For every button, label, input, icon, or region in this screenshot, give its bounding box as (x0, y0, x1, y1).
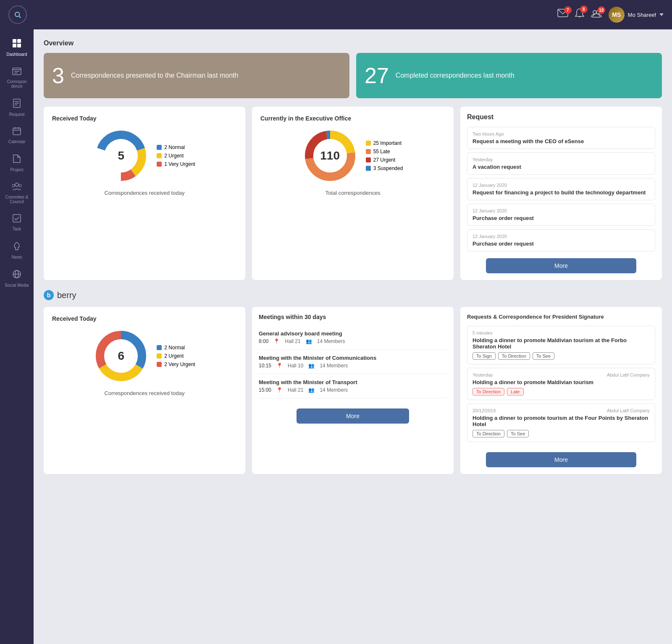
meeting-meta-2: 10:15 📍 Hall 10 👥 14 Members (259, 363, 447, 369)
request-item-4[interactable]: 12 January 2020 Purchase order request (467, 204, 655, 226)
main-grid: Received Today 5 2 (44, 107, 662, 280)
request-date-2: Yesterday (472, 157, 650, 162)
meeting-item-2: Meeting with the Minister of Communicati… (259, 350, 447, 374)
sidebar-item-request[interactable]: Request (0, 94, 34, 122)
berry-legend-dot-normal (157, 345, 162, 350)
main-layout: Dashboard Correspon dence (0, 29, 672, 644)
sig-tag[interactable]: To Direction (472, 430, 504, 437)
sig-tag[interactable]: To See (507, 430, 529, 437)
svg-rect-24 (13, 215, 21, 222)
berry-chart-wrapper: 6 2 Normal 2 Urgent (52, 329, 237, 383)
meeting-item-3: Meeting with the Minister of Transport 1… (259, 374, 447, 398)
request-title: Request (467, 113, 655, 121)
sidebar-item-correspondence[interactable]: Correspon dence (0, 62, 34, 94)
request-item-3[interactable]: 12 January 2020 Request for financing a … (467, 178, 655, 200)
dashboard-icon (12, 39, 21, 50)
sig-company-3: Abdul Latif Company (607, 408, 650, 413)
svg-point-21 (15, 183, 18, 186)
overview-title: Overview (44, 39, 662, 47)
sidebar-item-news[interactable]: News (0, 236, 34, 264)
sidebar-item-social[interactable]: Social Media (0, 264, 34, 293)
meeting-location-3: Hall 21 (288, 387, 303, 393)
legend-dot-normal (157, 145, 162, 150)
legend-item: 3 Suspended (366, 165, 403, 171)
legend-label-urgent: 2 Urgent (164, 153, 184, 159)
berry-received-today-card: Received Today 6 (44, 307, 245, 474)
request-item-5[interactable]: 12 January 2020 Purchase order request (467, 229, 655, 251)
signature-more-button[interactable]: More (486, 452, 636, 467)
sig-tags-1: To Sign To Direction To See (472, 352, 650, 360)
legend-2: 25 Important 55 Late 27 Urgent 3 Su (366, 140, 403, 171)
news-icon (12, 241, 21, 253)
alerts-btn[interactable]: 10 (591, 9, 602, 21)
meeting-location-icon-2: 📍 (276, 363, 283, 369)
sig-tags-3: To Direction To See (472, 430, 650, 437)
sidebar-label-correspondence: Correspon dence (3, 79, 30, 89)
legend-item: 2 Urgent (157, 153, 195, 159)
user-menu[interactable]: MS Mo Shareef (609, 7, 664, 23)
request-item-1[interactable]: Two Hours Ago Request a meeting with the… (467, 127, 655, 149)
legend-item: 2 Normal (157, 345, 195, 351)
request-title-1: Request a meeting with the CEO of eSense (472, 138, 650, 144)
user-name: Mo Shareef (628, 12, 656, 18)
request-date-1: Two Hours Ago (472, 131, 650, 136)
sig-tag[interactable]: To Direction (498, 352, 530, 360)
requests-more-button[interactable]: More (486, 258, 636, 273)
sig-item-1[interactable]: 5 minutes Holding a dinner to promote Ma… (467, 326, 655, 364)
sig-title-3: Holding a dinner to promote tourism at t… (472, 415, 650, 427)
meeting-time-2: 10:15 (259, 363, 271, 369)
sidebar-label-news: News (11, 255, 22, 259)
executive-office-card: Currently in the Executive Office 110 (252, 107, 454, 280)
legend-dot-urgent2 (366, 157, 371, 162)
sidebar-item-calendar[interactable]: Calendar (0, 122, 34, 149)
legend-item: 2 Urgent (157, 353, 195, 359)
signature-title: Requests & Correspondence for President … (467, 314, 655, 320)
sidebar-label-task: Task (13, 227, 21, 231)
sidebar-item-task[interactable]: Task (0, 209, 34, 236)
committee-icon (12, 182, 21, 193)
sig-header-1: 5 minutes (472, 330, 650, 335)
sig-tag[interactable]: To Sign (472, 352, 496, 360)
sig-header-2: Yesterday Abdul Latif Company (472, 372, 650, 377)
berry-chart-label: Correspondences received today (105, 390, 185, 396)
legend-label-important: 25 Important (373, 140, 402, 146)
sidebar-item-project[interactable]: Project (0, 149, 34, 177)
meeting-time-1: 8:00 (259, 338, 268, 344)
berry-legend-urgent: 2 Urgent (164, 353, 184, 359)
sidebar-item-committee[interactable]: Commitee & Council (0, 177, 34, 209)
request-item-2[interactable]: Yesterday A vacation request (467, 152, 655, 175)
received-today-card-1: Received Today 5 2 (44, 107, 245, 280)
sig-item-2[interactable]: Yesterday Abdul Latif Company Holding a … (467, 368, 655, 400)
task-icon (13, 214, 21, 225)
sidebar-item-dashboard[interactable]: Dashboard (0, 34, 34, 62)
legend-dot-urgent (157, 153, 162, 158)
topnav: 7 8 10 MS Mo Shareef (0, 0, 672, 29)
sig-item-3[interactable]: 20/12/2019 Abdul Latif Company Holding a… (467, 403, 655, 442)
sig-tag-direction[interactable]: To Direction (472, 388, 504, 395)
meeting-location-2: Hall 10 (288, 363, 303, 369)
legend-item: 1 Very Urgent (157, 161, 195, 167)
request-title-2: A vacation request (472, 164, 650, 170)
search-button[interactable] (8, 5, 27, 24)
sig-tag-late[interactable]: Late (507, 388, 523, 395)
notifications-btn[interactable]: 8 (575, 8, 584, 21)
sig-title-2: Holding a dinner to promote Maldivian to… (472, 379, 650, 385)
meetings-card: Meetings within 30 days General advisory… (252, 307, 454, 474)
berry-section: b berry Received Today (44, 290, 662, 474)
request-title-4: Purchase order request (472, 215, 650, 221)
donut-2: 110 (303, 128, 357, 183)
correspondence-icon (12, 67, 21, 78)
request-panel: Request Two Hours Ago Request a meeting … (460, 107, 662, 280)
meeting-title-2: Meeting with the Minister of Communicati… (259, 355, 447, 361)
messages-btn[interactable]: 7 (557, 9, 568, 21)
sig-tag[interactable]: To See (533, 352, 554, 360)
notifications-badge: 8 (580, 5, 588, 13)
berry-name: berry (57, 291, 76, 300)
svg-point-3 (593, 10, 596, 14)
legend-item: 2 Very Urgent (157, 361, 195, 367)
legend-dot-important (366, 141, 371, 146)
meetings-more-button[interactable]: More (297, 408, 410, 424)
meeting-title-3: Meeting with the Minister of Transport (259, 379, 447, 385)
request-date-4: 12 January 2020 (472, 208, 650, 213)
meeting-members-icon-1: 👥 (306, 338, 312, 344)
